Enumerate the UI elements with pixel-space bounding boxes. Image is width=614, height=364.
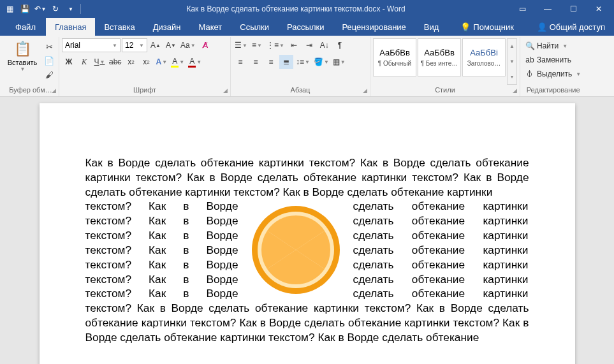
bold-button[interactable]: Ж (62, 55, 76, 69)
font-size-combo[interactable]: 12▼ (122, 38, 147, 52)
shrink-font-icon[interactable]: A▼ (164, 38, 178, 52)
launcher-icon[interactable]: ◢ (363, 87, 367, 94)
bullets-icon[interactable]: ☰▼ (233, 38, 249, 52)
group-label-styles: Стили (435, 86, 455, 94)
group-font: Arial▼ 12▼ A▲ A▼ Aa▼ A̸ Ж К Ч▼ abc x2 x2… (59, 37, 231, 96)
tab-layout[interactable]: Макет (189, 18, 231, 36)
align-right-icon[interactable]: ≡ (264, 55, 278, 69)
line-spacing-icon[interactable]: ↕≡▼ (295, 55, 311, 69)
italic-button[interactable]: К (77, 55, 91, 69)
minimize-icon[interactable]: — (535, 0, 560, 18)
tab-review[interactable]: Рецензирование (333, 18, 414, 36)
doc-intro: Как в Ворде сделать обтекание картинки т… (85, 156, 529, 198)
cut-icon[interactable]: ✂ (42, 41, 56, 52)
styles-scroll-up-icon[interactable]: ▲ (508, 39, 516, 54)
decrease-indent-icon[interactable]: ⇤ (287, 38, 301, 52)
find-button[interactable]: 🔍Найти▼ (523, 40, 583, 52)
font-name-combo[interactable]: Arial▼ (62, 38, 121, 52)
redo-icon[interactable]: ↻ (48, 2, 62, 16)
group-paragraph: ☰▼ ≡▼ ⋮≡▼ ⇤ ⇥ A↓ ¶ ≡ ≡ ≡ ≣ ↕≡▼ 🪣▼ ▦▼ (231, 37, 370, 96)
doc-tail: текстом? Как в Ворде сделать обтекание к… (85, 302, 529, 344)
styles-expand-icon[interactable]: ▾ (508, 69, 516, 84)
group-editing: 🔍Найти▼ abЗаменить ⦽Выделить▼ Редактиров… (520, 37, 586, 96)
group-styles: АаБбВв ¶ Обычный АаБбВв ¶ Без инте… АаБб… (370, 37, 520, 96)
tab-tellme[interactable]: 💡Помощник (451, 18, 523, 36)
font-color-button[interactable]: A▼ (187, 55, 203, 69)
paste-button[interactable]: 📋 Вставить ▼ (5, 38, 40, 85)
group-clipboard: 📋 Вставить ▼ ✂ 📄 🖌 Буфер обм…◢ (3, 37, 59, 96)
style-heading1[interactable]: АаБбВі Заголово… (462, 38, 506, 76)
document-body[interactable]: Как в Ворде сделать обтекание картинки т… (85, 156, 529, 345)
sort-icon[interactable]: A↓ (318, 38, 332, 52)
clear-format-icon[interactable]: A̸ (198, 38, 212, 52)
cursor-icon: ⦽ (525, 69, 534, 78)
title-bar: ▦ 💾 ↶▼ ↻ ▼ Как в Ворде сделать обтекание… (0, 0, 614, 18)
undo-icon[interactable]: ↶▼ (33, 2, 47, 16)
tab-home[interactable]: Главная (46, 18, 95, 36)
window-controls: ▭ — ☐ ✕ (509, 0, 611, 18)
orange-image[interactable] (245, 199, 347, 301)
shading-icon[interactable]: 🪣▼ (312, 55, 330, 69)
replace-button[interactable]: abЗаменить (523, 54, 583, 66)
group-label-paragraph: Абзац (291, 86, 311, 94)
tab-insert[interactable]: Вставка (95, 18, 143, 36)
format-painter-icon[interactable]: 🖌 (42, 69, 56, 80)
multilevel-icon[interactable]: ⋮≡▼ (265, 38, 286, 52)
group-label-editing: Редактирование (527, 86, 580, 94)
numbering-icon[interactable]: ≡▼ (250, 38, 264, 52)
ribbon: 📋 Вставить ▼ ✂ 📄 🖌 Буфер обм…◢ Arial▼ 12… (0, 36, 614, 97)
qat-customize-icon[interactable]: ▼ (64, 2, 78, 16)
superscript-button[interactable]: x2 (139, 55, 153, 69)
page[interactable]: Как в Ворде сделать обтекание картинки т… (40, 103, 575, 364)
launcher-icon[interactable]: ◢ (52, 87, 56, 94)
bulb-icon: 💡 (460, 22, 471, 32)
align-left-icon[interactable]: ≡ (233, 55, 247, 69)
style-no-spacing[interactable]: АаБбВв ¶ Без инте… (418, 38, 461, 76)
highlight-button[interactable]: A▼ (170, 55, 186, 69)
close-icon[interactable]: ✕ (586, 0, 611, 18)
justify-icon[interactable]: ≣ (279, 55, 293, 69)
search-icon: 🔍 (525, 41, 534, 50)
style-normal[interactable]: АаБбВв ¶ Обычный (373, 38, 416, 76)
quick-access-toolbar: ▦ 💾 ↶▼ ↻ ▼ (3, 2, 82, 16)
strike-button[interactable]: abc (108, 55, 122, 69)
ribbon-display-icon[interactable]: ▭ (509, 0, 535, 18)
launcher-icon[interactable]: ◢ (513, 87, 517, 94)
text-effects-button[interactable]: A▼ (154, 55, 168, 69)
align-center-icon[interactable]: ≡ (249, 55, 263, 69)
tab-mailings[interactable]: Рассылки (278, 18, 333, 36)
show-marks-icon[interactable]: ¶ (333, 38, 347, 52)
word-app-icon[interactable]: ▦ (3, 2, 17, 16)
tab-file[interactable]: Файл (5, 18, 46, 36)
window-title: Как в Ворде сделать обтекание картинки т… (82, 4, 509, 13)
document-area[interactable]: Как в Ворде сделать обтекание картинки т… (0, 97, 614, 364)
borders-icon[interactable]: ▦▼ (332, 55, 347, 69)
tab-design[interactable]: Дизайн (144, 18, 190, 36)
share-button[interactable]: 👤Общий доступ (528, 18, 614, 36)
maximize-icon[interactable]: ☐ (560, 0, 586, 18)
underline-button[interactable]: Ч▼ (92, 55, 106, 69)
tab-view[interactable]: Вид (415, 18, 448, 36)
group-label-clipboard: Буфер обм… (9, 86, 52, 94)
copy-icon[interactable]: 📄 (42, 55, 56, 66)
grow-font-icon[interactable]: A▲ (149, 38, 163, 52)
save-icon[interactable]: 💾 (18, 2, 32, 16)
tab-references[interactable]: Ссылки (231, 18, 278, 36)
select-button[interactable]: ⦽Выделить▼ (523, 68, 583, 80)
replace-icon: ab (525, 55, 534, 64)
change-case-icon[interactable]: Aa▼ (179, 38, 197, 52)
styles-scroll-down-icon[interactable]: ▼ (508, 54, 516, 69)
group-label-font: Шрифт (133, 86, 156, 94)
launcher-icon[interactable]: ◢ (223, 87, 228, 94)
increase-indent-icon[interactable]: ⇥ (302, 38, 316, 52)
share-icon: 👤 (537, 22, 547, 32)
ribbon-tabs: Файл Главная Вставка Дизайн Макет Ссылки… (0, 18, 614, 36)
clipboard-icon: 📋 (14, 41, 31, 57)
subscript-button[interactable]: x2 (124, 55, 138, 69)
